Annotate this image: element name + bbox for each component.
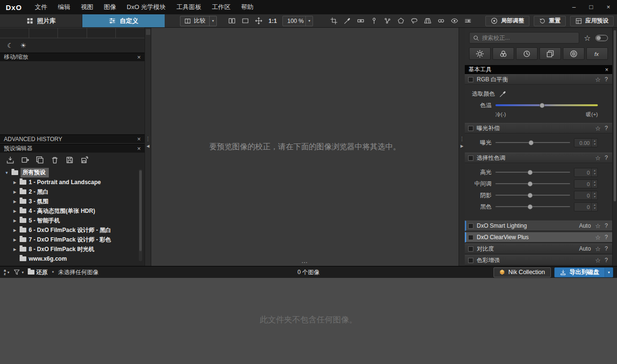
menu-optics-modules[interactable]: DxO 光学模块	[122, 0, 171, 14]
preset-tree-item[interactable]: ▶ 2 - 黑白	[0, 187, 145, 197]
exposure-value-spinner[interactable]: 0.00 ▴▾	[574, 138, 598, 147]
expand-arrow-icon[interactable]: ▶	[12, 190, 17, 194]
category-local-button[interactable]	[563, 47, 584, 60]
blacks-value-spinner[interactable]: 0▴▾	[574, 202, 598, 211]
minimize-button[interactable]: –	[565, 0, 583, 14]
tone-curve-button[interactable]	[461, 16, 474, 26]
hand-move-button[interactable]	[252, 16, 265, 26]
right-panel-splitter[interactable]: ⋮ ▶	[459, 28, 465, 266]
preset-tree-item-all-presets[interactable]: ▼ 所有预设	[0, 168, 145, 177]
collapse-left-panel-icon[interactable]: ◀	[145, 144, 151, 148]
enable-checkbox[interactable]	[468, 155, 473, 161]
slider-knob[interactable]	[527, 204, 533, 210]
spinner-arrows[interactable]: ▴▾	[591, 139, 597, 147]
menu-help[interactable]: 帮助	[236, 0, 258, 14]
palette-header-basic-tools[interactable]: 基本工具 ×	[465, 65, 612, 74]
expand-arrow-icon[interactable]: ▶	[12, 238, 17, 242]
category-light-button[interactable]	[469, 47, 491, 60]
favorite-star-icon[interactable]: ☆	[595, 245, 601, 253]
favorite-star-icon[interactable]: ☆	[595, 154, 601, 162]
help-icon[interactable]: ?	[604, 154, 608, 161]
import-preset-button[interactable]	[6, 156, 14, 164]
help-icon[interactable]: ?	[604, 76, 608, 83]
smart-lighting-mode[interactable]: Auto	[579, 222, 591, 229]
highlights-slider[interactable]	[495, 169, 570, 176]
enable-checkbox[interactable]	[468, 223, 473, 229]
crop-tool-button[interactable]	[327, 16, 340, 26]
spinner-arrows[interactable]: ▴▾	[591, 203, 597, 211]
preset-tree-item[interactable]: ▶ 3 - 氛围	[0, 197, 145, 206]
preset-tree-scrollbar[interactable]	[139, 169, 142, 261]
move-zoom-panel-header[interactable]: 移动/缩放 ×	[0, 53, 145, 61]
save-preset-button[interactable]	[66, 156, 74, 164]
preset-editor-panel-header[interactable]: 预设编辑器 ×	[0, 144, 145, 153]
preset-tree-item[interactable]: ▶ 5 - 智能手机	[0, 216, 145, 225]
exposure-slider[interactable]	[495, 140, 570, 146]
apply-preset-button[interactable]: 应用预设	[570, 16, 614, 26]
splitter-grip[interactable]	[146, 29, 150, 35]
section-clearview-plus[interactable]: DxO ClearView Plus ☆ ?	[465, 232, 612, 243]
perspective-tool-button[interactable]	[421, 16, 434, 26]
expand-arrow-icon[interactable]: ▶	[12, 219, 17, 223]
lasso-selection-button[interactable]	[408, 16, 420, 26]
favorites-filter-icon[interactable]: ☆	[584, 33, 591, 43]
highlight-clipping-icon[interactable]: ☀	[21, 42, 27, 49]
section-exposure-compensation[interactable]: 曝光补偿 ☆ ?	[465, 123, 612, 133]
spin-up-icon[interactable]: ▴	[594, 203, 595, 207]
spin-up-icon[interactable]: ▴	[594, 139, 595, 143]
expand-arrow-icon[interactable]: ▶	[12, 247, 17, 252]
spinner-arrows[interactable]: ▴▾	[591, 168, 597, 176]
category-color-button[interactable]	[493, 47, 514, 60]
control-points-multi-button[interactable]	[381, 16, 393, 26]
help-icon[interactable]: ?	[604, 222, 608, 229]
export-preset-button[interactable]	[21, 156, 29, 164]
compare-button[interactable]: 比较 ▾	[180, 16, 217, 26]
fullscreen-button[interactable]	[239, 16, 251, 26]
help-icon[interactable]: ?	[604, 125, 608, 132]
export-options-dropdown[interactable]: ▾	[605, 268, 613, 277]
favorite-star-icon[interactable]: ☆	[595, 234, 601, 241]
search-box[interactable]	[469, 32, 579, 44]
help-icon[interactable]: ?	[604, 257, 608, 264]
shadows-slider[interactable]	[495, 192, 570, 199]
search-input[interactable]	[482, 34, 575, 41]
close-panel-icon[interactable]: ×	[137, 54, 141, 60]
section-selective-tone[interactable]: 选择性色调 ☆ ?	[465, 153, 612, 163]
category-effects-button[interactable]: fx	[586, 47, 608, 60]
slider-knob[interactable]	[539, 103, 545, 108]
tab-photolibrary[interactable]: 照片库	[0, 14, 82, 27]
preset-tree-item[interactable]: ▶ 6 - DxO FilmPack 设计师 - 黑白	[0, 225, 145, 235]
expand-arrow-icon[interactable]: ▶	[12, 180, 17, 185]
favorite-star-icon[interactable]: ☆	[595, 257, 601, 264]
category-detail-button[interactable]	[516, 47, 538, 60]
preset-tree-item[interactable]: ▶ 7 - DxO FilmPack 设计师 - 彩色	[0, 235, 145, 244]
menu-file[interactable]: 文件	[30, 0, 53, 14]
spin-up-icon[interactable]: ▴	[594, 192, 595, 195]
slider-knob[interactable]	[527, 170, 533, 175]
spin-down-icon[interactable]: ▾	[594, 172, 595, 176]
left-panel-splitter[interactable]: ⋮ ◀	[145, 28, 151, 266]
slider-knob[interactable]	[527, 193, 533, 198]
slider-knob[interactable]	[528, 140, 534, 145]
preset-tree-item[interactable]: ▶ 1 - Portrait and Landscape	[0, 177, 145, 187]
scrollbar-thumb[interactable]	[614, 30, 616, 201]
zoom-1to1-button[interactable]: 1:1	[266, 18, 280, 24]
split-view-button[interactable]	[225, 16, 238, 26]
spinner-arrows[interactable]: ▴▾	[591, 180, 597, 188]
preset-tree-item[interactable]: www.x6g.com	[0, 254, 145, 264]
save-preset-as-button[interactable]	[80, 156, 89, 164]
close-panel-icon[interactable]: ×	[137, 136, 141, 142]
collapse-arrow-icon[interactable]: ▼	[4, 171, 9, 175]
favorite-star-icon[interactable]: ☆	[595, 76, 601, 83]
enable-checkbox[interactable]	[468, 77, 473, 82]
delete-preset-button[interactable]	[51, 156, 59, 164]
spin-down-icon[interactable]: ▾	[594, 184, 595, 187]
highlights-value-spinner[interactable]: 0▴▾	[574, 168, 598, 177]
link-tool-button[interactable]	[435, 16, 447, 26]
advanced-history-panel-header[interactable]: ADVANCED HISTORY ×	[0, 134, 145, 143]
midtones-value-spinner[interactable]: 0▴▾	[574, 179, 598, 188]
shadow-clipping-icon[interactable]: ☾	[7, 42, 13, 49]
eyedropper-icon[interactable]	[499, 90, 506, 98]
spin-down-icon[interactable]: ▾	[594, 195, 595, 199]
nik-collection-button[interactable]: Nik Collection	[494, 267, 550, 277]
